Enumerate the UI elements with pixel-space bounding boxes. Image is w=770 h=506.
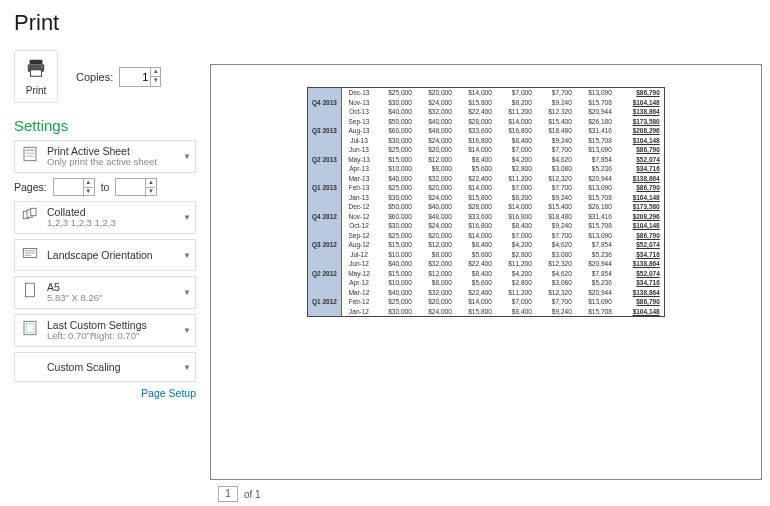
quarter-cell: Q2 2013 <box>308 145 342 174</box>
value-cell: $50,000 <box>376 117 416 127</box>
collation-dropdown[interactable]: Collated1,2,3 1,2,3 1,2,3 ▼ <box>14 201 196 234</box>
value-cell: $7,700 <box>536 183 576 193</box>
print-button[interactable]: Print <box>14 50 58 103</box>
value-cell: $5,236 <box>576 250 616 260</box>
value-cell: $11,200 <box>496 288 536 298</box>
total-cell: $86,790 <box>616 145 664 155</box>
pages-label: Pages: <box>14 181 47 193</box>
value-cell: $8,400 <box>496 136 536 146</box>
month-cell: Jan-13 <box>342 193 376 203</box>
paper-size-dropdown[interactable]: A55.83" X 8.26" ▼ <box>14 276 196 309</box>
table-row: Apr-12$10,000$8,000$5,600$2,800$3,080$5,… <box>308 278 664 288</box>
margins-dropdown[interactable]: Last Custom SettingsLeft: 0.70"Right: 0.… <box>14 314 196 347</box>
value-cell: $40,000 <box>416 202 456 212</box>
total-cell: $52,074 <box>616 155 664 165</box>
total-cell: $86,790 <box>616 297 664 307</box>
chevron-down-icon: ▼ <box>183 250 191 259</box>
value-cell: $15,800 <box>456 307 496 317</box>
table-row: Jan-13$30,000$24,000$15,800$8,200$9,240$… <box>308 193 664 203</box>
value-cell: $12,320 <box>536 174 576 184</box>
table-row: Q4 2012Dec-12$50,000$40,000$28,000$14,00… <box>308 202 664 212</box>
value-cell: $22,400 <box>456 174 496 184</box>
svg-rect-10 <box>31 209 36 217</box>
value-cell: $14,000 <box>456 183 496 193</box>
total-cell: $104,148 <box>616 221 664 231</box>
value-cell: $2,800 <box>496 250 536 260</box>
value-cell: $11,200 <box>496 174 536 184</box>
month-cell: Feb-13 <box>342 183 376 193</box>
value-cell: $10,000 <box>376 164 416 174</box>
total-cell: $173,580 <box>616 117 664 127</box>
value-cell: $14,000 <box>456 145 496 155</box>
svg-rect-5 <box>26 150 35 152</box>
print-preview: Q4 2013Dec-13$25,000$20,000$14,000$7,000… <box>210 64 762 480</box>
quarter-cell: Q1 2012 <box>308 288 342 317</box>
table-row: Feb-12$25,000$20,000$14,000$7,000$7,700$… <box>308 297 664 307</box>
value-cell: $4,620 <box>536 155 576 165</box>
value-cell: $16,800 <box>496 126 536 136</box>
value-cell: $7,000 <box>496 183 536 193</box>
page-number-input[interactable]: 1 <box>218 486 238 502</box>
value-cell: $3,080 <box>536 250 576 260</box>
value-cell: $13,090 <box>576 231 616 241</box>
chevron-down-icon: ▼ <box>183 152 191 161</box>
value-cell: $9,240 <box>536 193 576 203</box>
orientation-dropdown[interactable]: Landscape Orientation ▼ <box>14 239 196 271</box>
pages-from-input[interactable]: ▲▼ <box>53 178 95 196</box>
total-cell: $52,074 <box>616 269 664 279</box>
chevron-down-icon: ▼ <box>183 362 191 371</box>
table-row: Q3 2012Sep-12$25,000$20,000$14,000$7,000… <box>308 231 664 241</box>
value-cell: $60,000 <box>376 212 416 222</box>
value-cell: $7,000 <box>496 145 536 155</box>
scaling-dropdown[interactable]: Custom Scaling ▼ <box>14 352 196 382</box>
value-cell: $8,000 <box>416 250 456 260</box>
value-cell: $12,320 <box>536 288 576 298</box>
svg-rect-6 <box>26 153 35 155</box>
value-cell: $14,000 <box>496 117 536 127</box>
month-cell: May-13 <box>342 155 376 165</box>
value-cell: $15,800 <box>456 193 496 203</box>
total-cell: $138,864 <box>616 174 664 184</box>
value-cell: $20,944 <box>576 107 616 117</box>
value-cell: $14,000 <box>456 231 496 241</box>
svg-rect-15 <box>26 284 35 298</box>
table-row: Oct-12$30,000$24,000$16,800$8,400$9,240$… <box>308 221 664 231</box>
value-cell: $7,854 <box>576 240 616 250</box>
paper-sub: 5.83" X 8.26" <box>47 293 102 304</box>
margins-icon <box>21 319 39 341</box>
total-cell: $173,580 <box>616 202 664 212</box>
printer-icon <box>25 57 47 83</box>
total-cell: $104,148 <box>616 98 664 108</box>
value-cell: $11,200 <box>496 259 536 269</box>
print-what-dropdown[interactable]: Print Active SheetOnly print the active … <box>14 140 196 173</box>
value-cell: $33,600 <box>456 126 496 136</box>
copies-label: Copies: <box>76 71 113 83</box>
table-row: Jul-12$10,000$8,000$5,600$2,800$3,080$5,… <box>308 250 664 260</box>
value-cell: $26,180 <box>576 117 616 127</box>
value-cell: $50,000 <box>376 202 416 212</box>
value-cell: $13,090 <box>576 183 616 193</box>
page-setup-link[interactable]: Page Setup <box>14 387 196 399</box>
table-row: Jul-13$30,000$24,000$16,800$8,400$9,240$… <box>308 136 664 146</box>
value-cell: $33,600 <box>456 212 496 222</box>
copies-stepper[interactable]: ▲▼ <box>150 68 160 86</box>
pages-to-input[interactable]: ▲▼ <box>115 178 157 196</box>
value-cell: $48,000 <box>416 126 456 136</box>
quarter-cell: Q1 2013 <box>308 174 342 203</box>
value-cell: $7,000 <box>496 297 536 307</box>
page-total-label: of 1 <box>244 489 261 500</box>
month-cell: Jul-13 <box>342 136 376 146</box>
value-cell: $12,000 <box>416 240 456 250</box>
value-cell: $60,000 <box>376 126 416 136</box>
table-row: Q2 2013Jun-13$25,000$20,000$14,000$7,000… <box>308 145 664 155</box>
page-icon <box>21 281 39 303</box>
value-cell: $30,000 <box>376 98 416 108</box>
value-cell: $15,800 <box>456 98 496 108</box>
value-cell: $15,708 <box>576 221 616 231</box>
value-cell: $10,000 <box>376 250 416 260</box>
month-cell: Nov-12 <box>342 212 376 222</box>
sheet-icon <box>21 145 39 167</box>
collate-icon <box>21 206 39 228</box>
value-cell: $9,240 <box>536 221 576 231</box>
month-cell: Oct-12 <box>342 221 376 231</box>
